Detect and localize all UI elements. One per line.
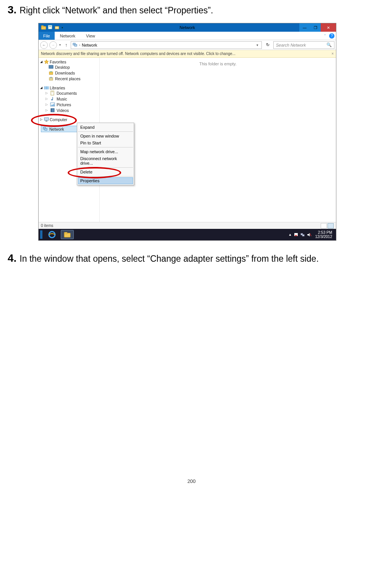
address-bar[interactable]: › Network ▾ [71,41,262,49]
svg-rect-25 [44,118,49,120]
ctx-item-open-new-window[interactable]: Open in new window [78,133,133,139]
svg-line-37 [310,233,311,236]
menu-separator [78,147,133,147]
nav-computer-header[interactable]: ▷ Computer [40,117,99,122]
taskbar-explorer-icon[interactable] [61,230,74,239]
nav-item-label: Documents [57,91,77,96]
ctx-item-disconnect-drive[interactable]: Disconnect network drive... [78,155,133,167]
info-bar[interactable]: Network discovery and file sharing are t… [39,50,336,58]
info-bar-close-icon[interactable]: × [331,52,334,56]
close-button[interactable]: ✕ [321,23,336,32]
svg-rect-16 [47,86,49,89]
svg-marker-36 [307,233,310,236]
nav-item-recent-places[interactable]: Recent places [40,76,99,81]
tab-file[interactable]: File [39,32,55,40]
nav-item-label: Pictures [57,102,71,107]
caret-right-icon: ▷ [45,97,49,100]
ctx-item-properties[interactable]: Properties [78,177,133,184]
tab-view[interactable]: View [81,32,101,40]
taskbar-clock[interactable]: 2:53 PM 12/3/2012 [315,230,333,239]
restore-button[interactable]: ❐ [310,23,321,32]
taskbar-ie-icon[interactable] [45,230,58,239]
nav-item-videos[interactable]: ▷ Videos [40,107,99,113]
minimize-button[interactable]: — [299,23,310,32]
network-icon [43,126,48,131]
desktop-icon [49,65,54,70]
taskbar: ▲ 2:53 PM 12/3/2012 [39,229,336,240]
svg-rect-28 [45,128,47,130]
tray-network-icon[interactable] [300,232,305,237]
info-bar-text: Network discovery and file sharing are t… [41,52,235,56]
nav-item-label: Downloads [55,71,75,75]
step-4-text: In the window that opens, select “Change… [19,254,318,264]
nav-libraries-header[interactable]: ◢ Libraries [40,85,99,90]
search-input[interactable]: Search Network 🔍 [273,41,334,49]
nav-item-label: Desktop [55,65,70,70]
step-4: 4. In the window that opens, select “Cha… [8,252,375,264]
search-placeholder: Search Network [276,43,306,47]
forward-button[interactable]: → [49,41,57,49]
menu-separator [78,131,133,132]
caret-right-icon: ▷ [45,109,49,112]
step-3: 3. Right click “Network” and then select… [8,4,375,16]
status-bar: 0 items [39,222,336,229]
recent-places-icon [49,76,54,81]
back-button[interactable]: ← [40,41,48,49]
screenshot-explorer-network: ▾ Network — ❐ ✕ File Network View ˅ ? ← … [38,23,336,241]
documents-icon [50,91,55,96]
svg-rect-20 [52,97,53,100]
tray-volume-icon[interactable] [307,232,312,237]
view-large-icons-icon[interactable] [328,223,334,228]
menu-separator [78,167,133,168]
empty-folder-message: This folder is empty. [100,58,336,66]
view-details-icon[interactable] [321,223,327,228]
nav-favorites-label: Favorites [50,60,66,64]
menu-separator [78,176,133,177]
context-menu: Expand Open in new window Pin to Start M… [77,123,134,185]
ctx-item-expand[interactable]: Expand [78,124,133,131]
tray-show-hidden-icon[interactable]: ▲ [289,233,292,236]
ctx-item-map-drive[interactable]: Map network drive... [78,148,133,155]
titlebar[interactable]: ▾ Network — ❐ ✕ [39,23,336,32]
nav-item-label: Music [57,97,67,101]
ribbon-expand-icon[interactable]: ˅ [324,34,326,38]
nav-item-documents[interactable]: ▷ Documents [40,90,99,96]
computer-icon [44,117,49,122]
tray-flag-icon[interactable] [294,232,299,237]
nav-item-label: Recent places [55,76,81,81]
nav-item-music[interactable]: ▷ Music [40,96,99,102]
page-number: 200 [8,478,375,484]
nav-network-label: Network [49,127,64,131]
svg-rect-7 [75,44,77,46]
svg-rect-31 [64,232,67,234]
svg-rect-24 [51,109,52,112]
step-3-text: Right click “Network” and then select “P… [19,5,213,16]
tab-network[interactable]: Network [55,32,81,40]
ctx-item-delete[interactable]: Delete [78,168,133,175]
svg-rect-15 [46,86,47,89]
search-icon: 🔍 [326,42,332,47]
address-dropdown-icon[interactable]: ▾ [255,43,260,47]
up-button[interactable]: ↑ [63,42,69,48]
libraries-icon [44,85,49,90]
nav-item-pictures[interactable]: ▷ Pictures [40,102,99,107]
nav-item-desktop[interactable]: Desktop [40,64,99,70]
clock-time: 2:53 PM [315,230,333,235]
nav-computer-label: Computer [50,117,67,122]
svg-rect-35 [302,235,304,236]
svg-point-29 [49,232,55,238]
start-hotcorner[interactable] [40,230,42,239]
history-dropdown-icon[interactable]: ▾ [58,43,62,47]
nav-favorites-header[interactable]: ◢ Favorites [40,59,99,64]
files-pane: This folder is empty. [100,58,336,222]
nav-libraries-label: Libraries [50,86,65,90]
svg-rect-18 [52,92,53,92]
pictures-icon [50,102,55,107]
nav-item-downloads[interactable]: Downloads [40,70,99,76]
clock-date: 12/3/2012 [315,235,333,239]
refresh-button[interactable]: ↻ [263,42,272,47]
svg-rect-14 [44,86,45,89]
ctx-item-pin-to-start[interactable]: Pin to Start [78,139,133,146]
help-icon[interactable]: ? [329,33,334,39]
downloads-icon [49,70,54,75]
